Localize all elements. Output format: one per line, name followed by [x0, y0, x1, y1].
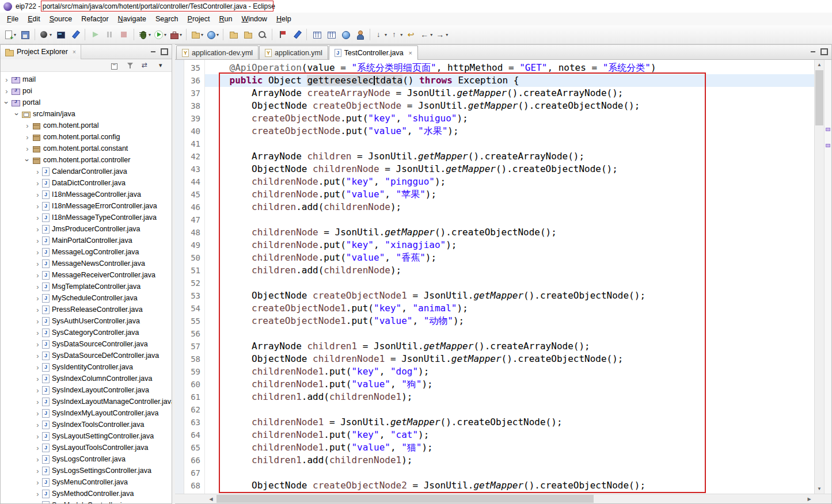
- line-number[interactable]: 58: [184, 353, 204, 365]
- chevron-collapsed-icon[interactable]: ›: [34, 190, 41, 199]
- chevron-collapsed-icon[interactable]: ›: [34, 306, 41, 314]
- chevron-collapsed-icon[interactable]: ›: [34, 213, 41, 222]
- tree-item-myschedulecontroller-java[interactable]: ›JMyScheduleController.java: [1, 292, 172, 304]
- chevron-collapsed-icon[interactable]: ›: [34, 501, 41, 504]
- chevron-collapsed-icon[interactable]: ›: [34, 432, 41, 441]
- previous-annotation-button[interactable]: ▾: [389, 28, 404, 41]
- line-number[interactable]: 48: [184, 226, 204, 239]
- tree-item-syscategorycontroller-java[interactable]: ›JSysCategoryController.java: [1, 327, 172, 338]
- tree-item-com-hotent-portal-config[interactable]: ›com.hotent.portal.config: [1, 131, 172, 143]
- menu-file[interactable]: File: [2, 13, 23, 25]
- line-number[interactable]: 35: [184, 62, 204, 74]
- viewmenu-button[interactable]: [155, 60, 167, 71]
- close-view-icon[interactable]: ×: [73, 49, 76, 55]
- scroll-up-icon[interactable]: ▲: [815, 60, 824, 70]
- chevron-collapsed-icon[interactable]: ›: [34, 409, 41, 418]
- tree-item-sysindexmylayoutcontroller-java[interactable]: ›JSysIndexMyLayoutController.java: [1, 407, 172, 419]
- line-number[interactable]: 53: [184, 289, 204, 302]
- code-line[interactable]: ObjectNode createObjectNode = JsonUtil.g…: [205, 100, 814, 112]
- new-button[interactable]: ▾: [2, 28, 17, 41]
- code-line[interactable]: childrenNode.put("value", "香蕉");: [205, 251, 814, 264]
- chevron-collapsed-icon[interactable]: ›: [34, 478, 41, 487]
- chevron-collapsed-icon[interactable]: ›: [34, 386, 41, 395]
- tree-item-i18nmessagecontroller-java[interactable]: ›JI18nMessageController.java: [1, 189, 172, 200]
- horizontal-scroll-thumb[interactable]: [216, 495, 594, 503]
- chevron-collapsed-icon[interactable]: ›: [34, 467, 41, 475]
- line-number[interactable]: 59: [184, 365, 204, 378]
- web-browser-button[interactable]: [339, 28, 352, 41]
- editor-tab-testcontroller-java[interactable]: JTestController.java×: [329, 45, 418, 60]
- type-hierarchy-button[interactable]: [324, 28, 338, 41]
- maximize-view-icon[interactable]: [159, 48, 169, 56]
- tree-item-sysindexcolumncontroller-java[interactable]: ›JSysIndexColumnController.java: [1, 373, 172, 384]
- code-line[interactable]: [205, 467, 814, 479]
- tree-item-sysmodulecontroller-java[interactable]: ›JSysModuleController.java: [1, 499, 172, 503]
- chevron-collapsed-icon[interactable]: ›: [34, 271, 41, 280]
- tree-item-src-main-java[interactable]: ›src/main/java: [1, 108, 172, 120]
- tree-item-com-hotent-portal[interactable]: ›com.hotent.portal: [1, 120, 172, 131]
- code-line[interactable]: childrenNode.put("value", "苹果");: [205, 188, 814, 201]
- tree-item-datadictcontroller-java[interactable]: ›JDataDictController.java: [1, 177, 172, 189]
- menu-source[interactable]: Source: [45, 13, 77, 25]
- code-line[interactable]: children.add(childrenNode);: [205, 201, 814, 213]
- code-line[interactable]: createObjectNode.put("key", "shuiguo");: [205, 112, 814, 125]
- tree-item-sysmenucontroller-java[interactable]: ›JSysMenuController.java: [1, 476, 172, 488]
- line-number[interactable]: 61: [184, 391, 204, 403]
- chevron-collapsed-icon[interactable]: ›: [3, 75, 10, 84]
- debug-button[interactable]: ▾: [137, 28, 152, 41]
- code-line[interactable]: [205, 327, 814, 340]
- chevron-collapsed-icon[interactable]: ›: [34, 179, 41, 188]
- occurrence-mark[interactable]: [826, 144, 830, 147]
- line-number[interactable]: 52: [184, 277, 204, 289]
- tree-item-com-hotent-portal-controller[interactable]: ›com.hotent.portal.controller: [1, 154, 172, 166]
- menu-edit[interactable]: Edit: [23, 13, 45, 25]
- tree-item-sysindextoolscontroller-java[interactable]: ›JSysIndexToolsController.java: [1, 419, 172, 430]
- chevron-collapsed-icon[interactable]: ›: [34, 375, 41, 383]
- line-number[interactable]: 39: [184, 112, 204, 125]
- menu-window[interactable]: Window: [237, 13, 271, 25]
- line-number[interactable]: 66: [184, 454, 204, 467]
- line-number[interactable]: 54: [184, 302, 204, 315]
- tree-item-calendarcontroller-java[interactable]: ›JCalendarController.java: [1, 166, 172, 177]
- back-button[interactable]: ▾: [419, 28, 434, 41]
- chevron-collapsed-icon[interactable]: ›: [34, 490, 41, 498]
- annotation-ruler[interactable]: [175, 60, 184, 494]
- import-button[interactable]: [241, 28, 254, 41]
- code-line[interactable]: childrenNode1.put("key", "cat");: [205, 429, 814, 441]
- line-number[interactable]: 44: [184, 175, 204, 188]
- code-line[interactable]: ObjectNode createObjectNode1 = JsonUtil.…: [205, 289, 814, 302]
- chevron-collapsed-icon[interactable]: ›: [34, 167, 41, 176]
- line-number[interactable]: 56: [184, 327, 204, 340]
- chevron-collapsed-icon[interactable]: ›: [34, 455, 41, 464]
- vertical-scroll-thumb[interactable]: [815, 70, 823, 125]
- chevron-collapsed-icon[interactable]: ›: [34, 363, 41, 372]
- mark-occurrences-button[interactable]: [290, 28, 303, 41]
- code-line[interactable]: createObjectNode.put("value", "水果");: [205, 125, 814, 138]
- tree-item-syslogscontroller-java[interactable]: ›JSysLogsController.java: [1, 453, 172, 465]
- tree-item-i18nmessagetypecontroller-java[interactable]: ›JI18nMessageTypeController.java: [1, 212, 172, 223]
- line-number[interactable]: 37: [184, 87, 204, 100]
- editor-tab-application-dev-yml[interactable]: Yapplication-dev.yml: [176, 45, 259, 59]
- chevron-collapsed-icon[interactable]: ›: [34, 248, 41, 257]
- overview-ruler[interactable]: [824, 60, 831, 494]
- vertical-scrollbar[interactable]: ▲ ▼: [814, 60, 824, 494]
- horizontal-scrollbar[interactable]: ◀ ▶: [206, 494, 814, 503]
- chevron-expanded-icon[interactable]: ›: [2, 99, 11, 106]
- terminate-button[interactable]: [117, 28, 131, 41]
- code-line[interactable]: ObjectNode childrenNode1 = JsonUtil.getM…: [205, 353, 814, 365]
- chevron-collapsed-icon[interactable]: ›: [34, 282, 41, 291]
- open-wizard-button[interactable]: ▾: [205, 28, 220, 41]
- code-line[interactable]: [205, 277, 814, 289]
- code-line[interactable]: childrenNode1.put("value", "猫");: [205, 441, 814, 454]
- editor-tab-application-yml[interactable]: Yapplication.yml: [259, 45, 328, 59]
- chevron-collapsed-icon[interactable]: ›: [34, 294, 41, 303]
- line-number[interactable]: 63: [184, 416, 204, 429]
- occurrence-mark[interactable]: [826, 128, 830, 131]
- code-editor[interactable]: @ApiOperation(value = "系统分类明细页面", httpMe…: [205, 60, 814, 494]
- menu-search[interactable]: Search: [151, 13, 183, 25]
- chevron-collapsed-icon[interactable]: ›: [24, 121, 31, 130]
- collapse-all-button[interactable]: [109, 60, 120, 71]
- tree-item-sysdatasourcedefcontroller-java[interactable]: ›JSysDataSourceDefController.java: [1, 350, 172, 361]
- line-number[interactable]: 38: [184, 100, 204, 112]
- filter-button[interactable]: [124, 60, 136, 71]
